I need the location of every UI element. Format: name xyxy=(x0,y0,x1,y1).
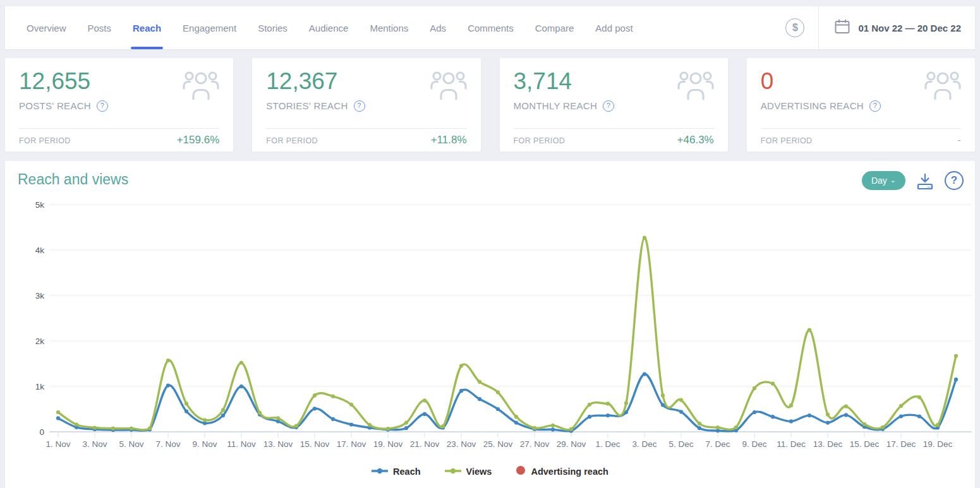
nav-item-ads[interactable]: Ads xyxy=(419,6,457,49)
x-axis-tick-label: 3. Nov xyxy=(82,439,107,449)
help-icon[interactable]: ? xyxy=(869,100,881,112)
x-axis-tick-label: 25. Nov xyxy=(483,439,513,449)
legend-marker xyxy=(516,465,526,478)
y-axis-tick-label: 1k xyxy=(35,382,45,391)
x-axis-tick-label: 15. Dec xyxy=(850,439,880,449)
card-monthly-reach: 3,714 MONTHLY REACH ? FOR PERIOD +46.3% xyxy=(500,58,728,152)
x-axis-tick-label: 5. Dec xyxy=(668,439,693,449)
legend-item-views[interactable]: Views xyxy=(445,466,492,477)
x-axis-tick-label: 21. Nov xyxy=(410,439,440,449)
reach-views-line-chart: 01k2k3k4k5k1. Nov3. Nov5. Nov7. Nov9. No… xyxy=(5,161,975,458)
period-change: +11.8% xyxy=(431,134,467,146)
card-label: POSTS' REACH xyxy=(19,100,91,111)
nav-item-mentions[interactable]: Mentions xyxy=(359,6,419,49)
legend-marker xyxy=(445,466,461,477)
nav-item-posts[interactable]: Posts xyxy=(77,6,123,49)
help-icon[interactable]: ? xyxy=(603,100,614,112)
period-change: +159.6% xyxy=(177,134,220,146)
nav-item-stories[interactable]: Stories xyxy=(247,6,298,49)
x-axis-tick-label: 15. Nov xyxy=(300,439,330,449)
x-axis-tick-label: 9. Dec xyxy=(742,439,766,449)
period-label: FOR PERIOD xyxy=(266,136,318,145)
help-icon[interactable]: ? xyxy=(354,100,365,112)
top-navbar: Overview Posts Reach Engagement Stories … xyxy=(5,6,975,49)
currency-dollar-icon[interactable]: $ xyxy=(785,18,804,37)
x-axis-tick-label: 23. Nov xyxy=(447,439,476,449)
card-posts-reach: 12,655 POSTS' REACH ? FOR PERIOD +159.6% xyxy=(5,58,233,152)
y-axis-tick-label: 5k xyxy=(35,200,45,210)
nav-tabs: Overview Posts Reach Engagement Stories … xyxy=(16,6,785,49)
nav-item-audience[interactable]: Audience xyxy=(298,6,360,49)
nav-item-comments[interactable]: Comments xyxy=(457,6,524,49)
nav-item-add-post[interactable]: Add post xyxy=(584,6,643,49)
card-stories-reach: 12,367 STORIES' REACH ? FOR PERIOD +11.8… xyxy=(252,58,480,152)
x-axis-tick-label: 7. Nov xyxy=(155,439,180,449)
chart-legend: ReachViewsAdvertising reach xyxy=(5,465,975,478)
x-axis-tick-label: 5. Nov xyxy=(119,439,143,449)
card-label: ADVERTISING REACH xyxy=(761,100,864,111)
x-axis-tick-label: 7. Dec xyxy=(705,439,730,449)
nav-item-overview[interactable]: Overview xyxy=(16,6,77,49)
audience-group-icon xyxy=(924,71,961,102)
x-axis-tick-label: 11. Nov xyxy=(227,439,256,449)
x-axis-tick-label: 19. Nov xyxy=(373,439,403,449)
x-axis-tick-label: 29. Nov xyxy=(557,439,586,449)
x-axis-tick-label: 19. Dec xyxy=(923,439,953,449)
card-label: STORIES' REACH xyxy=(266,100,348,111)
legend-label: Views xyxy=(466,467,492,477)
period-label: FOR PERIOD xyxy=(761,136,813,145)
audience-group-icon xyxy=(430,71,467,102)
period-change: +46.3% xyxy=(677,134,714,146)
legend-label: Advertising reach xyxy=(531,467,608,477)
reach-and-views-panel: Reach and views Day ⌄ ? 01k2k3k4k5k1. No… xyxy=(5,161,975,488)
period-label: FOR PERIOD xyxy=(514,136,566,145)
x-axis-tick-label: 9. Nov xyxy=(192,439,217,449)
nav-right-controls: $ 01 Nov 22 — 20 Dec 22 xyxy=(785,6,975,49)
card-advertising-reach: 0 ADVERTISING REACH ? FOR PERIOD - xyxy=(747,58,975,152)
period-label: FOR PERIOD xyxy=(19,136,71,145)
x-axis-tick-label: 13. Nov xyxy=(263,439,293,449)
x-axis-tick-label: 1. Nov xyxy=(45,439,70,449)
audience-group-icon xyxy=(677,71,714,102)
legend-item-reach[interactable]: Reach xyxy=(372,466,421,477)
x-axis-tick-label: 17. Dec xyxy=(886,439,916,449)
y-axis-tick-label: 0 xyxy=(39,427,44,437)
x-axis-tick-label: 13. Dec xyxy=(813,439,843,449)
period-change: - xyxy=(957,134,961,146)
legend-item-advertising-reach[interactable]: Advertising reach xyxy=(516,465,608,478)
date-range-label: 01 Nov 22 — 20 Dec 22 xyxy=(858,23,961,33)
x-axis-tick-label: 3. Dec xyxy=(632,439,656,449)
stat-cards-row: 12,655 POSTS' REACH ? FOR PERIOD +159.6%… xyxy=(5,58,975,152)
nav-item-reach[interactable]: Reach xyxy=(122,6,172,49)
card-label: MONTHLY REACH xyxy=(514,100,598,111)
audience-group-icon xyxy=(183,71,219,102)
y-axis-tick-label: 3k xyxy=(35,291,45,301)
x-axis-tick-label: 27. Nov xyxy=(520,439,550,449)
date-range-picker[interactable]: 01 Nov 22 — 20 Dec 22 xyxy=(819,18,975,37)
legend-label: Reach xyxy=(393,467,421,477)
y-axis-tick-label: 4k xyxy=(35,246,45,255)
nav-item-engagement[interactable]: Engagement xyxy=(172,6,247,49)
legend-marker xyxy=(372,466,388,477)
series-line-views xyxy=(58,238,956,430)
help-icon[interactable]: ? xyxy=(97,100,108,112)
x-axis-tick-label: 17. Nov xyxy=(337,439,366,449)
calendar-icon xyxy=(834,18,850,37)
y-axis-tick-label: 2k xyxy=(35,336,45,346)
x-axis-tick-label: 1. Dec xyxy=(595,439,620,449)
nav-item-compare[interactable]: Compare xyxy=(524,6,585,49)
x-axis-tick-label: 11. Dec xyxy=(777,439,806,449)
